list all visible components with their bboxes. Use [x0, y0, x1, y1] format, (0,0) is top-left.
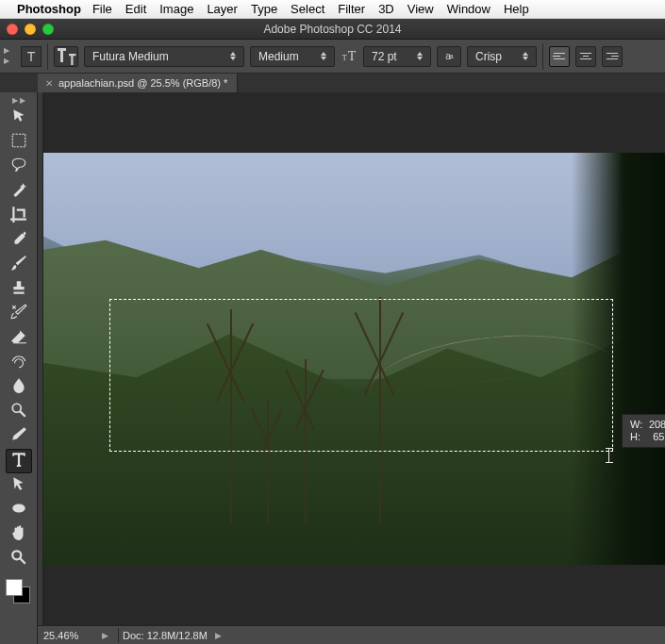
gradient-icon	[10, 353, 27, 373]
window-titlebar: Adobe Photoshop CC 2014	[0, 19, 665, 40]
brush-tool[interactable]	[6, 253, 32, 277]
zoom-level[interactable]: 25.46%	[43, 630, 100, 641]
antialias-icon: aa	[439, 48, 459, 65]
menu-layer[interactable]: Layer	[207, 2, 238, 16]
width-value: 2088 px	[649, 419, 665, 430]
chevron-updown-icon	[519, 52, 532, 60]
divider	[47, 43, 48, 70]
font-style-dropdown[interactable]: Medium	[250, 46, 335, 67]
magic-wand-tool[interactable]	[6, 179, 32, 204]
foreground-color-swatch[interactable]	[6, 579, 23, 596]
brush-icon	[10, 255, 27, 275]
antialias-dropdown[interactable]: Crisp	[467, 46, 537, 67]
zoom-tool[interactable]	[6, 547, 32, 571]
svg-point-1	[12, 404, 21, 412]
type-tool[interactable]	[6, 449, 32, 473]
wand-icon	[10, 181, 27, 202]
clone-stamp-tool[interactable]	[6, 277, 32, 302]
zoom-menu-icon[interactable]: ▶	[102, 631, 108, 640]
font-size-icon: TT	[341, 49, 357, 64]
workspace: ▶▶ W: 2088 px H: 655 px	[0, 92, 665, 644]
dodge-tool[interactable]	[6, 400, 32, 424]
pen-tool[interactable]	[6, 424, 32, 449]
marquee-icon	[10, 132, 27, 153]
status-bar: 25.46% ▶ Doc: 12.8M/12.8M ▶	[38, 625, 665, 644]
menu-3d[interactable]: 3D	[378, 2, 394, 16]
divider	[118, 628, 119, 643]
history-icon	[10, 304, 27, 324]
lasso-icon	[10, 157, 27, 177]
type-icon	[10, 451, 27, 471]
crop-icon	[10, 206, 27, 226]
hand-icon	[10, 524, 27, 545]
menu-file[interactable]: File	[92, 2, 112, 16]
marquee-tool[interactable]	[6, 130, 32, 155]
blur-icon	[10, 377, 27, 398]
font-style-value: Medium	[258, 50, 311, 63]
shape-icon	[10, 500, 27, 520]
menu-window[interactable]: Window	[447, 2, 490, 16]
blur-tool[interactable]	[6, 375, 32, 400]
align-center-button[interactable]	[575, 46, 596, 67]
menu-view[interactable]: View	[407, 2, 434, 16]
eraser-tool[interactable]	[6, 326, 32, 351]
antialias-value: Crisp	[475, 50, 513, 63]
tool-preset-picker[interactable]: T	[21, 46, 42, 67]
toolbox-expand-icon[interactable]: ▶▶	[0, 98, 37, 104]
expand-options-icon[interactable]: ▶▶	[4, 48, 13, 64]
history-brush-tool[interactable]	[6, 302, 32, 326]
path-select-tool[interactable]	[6, 473, 32, 498]
menu-filter[interactable]: Filter	[338, 2, 365, 16]
type-tool-glyph-icon: T	[27, 49, 36, 64]
gradient-tool[interactable]	[6, 351, 32, 375]
close-tab-icon[interactable]: ✕	[45, 78, 53, 89]
eyedropper-tool[interactable]	[6, 228, 32, 253]
document-tab[interactable]: ✕ appalachian.psd @ 25.5% (RGB/8) *	[38, 74, 238, 92]
align-left-button[interactable]	[549, 46, 570, 67]
path-icon	[10, 475, 27, 496]
font-size-dropdown[interactable]: 72 pt	[363, 46, 431, 67]
text-orientation-button[interactable]	[54, 46, 78, 67]
chevron-updown-icon	[317, 52, 330, 60]
align-right-button[interactable]	[602, 46, 623, 67]
document-tab-label: appalachian.psd @ 25.5% (RGB/8) *	[58, 77, 227, 89]
text-bounding-box[interactable]	[109, 299, 613, 452]
move-tool[interactable]	[6, 106, 32, 130]
eyedrop-icon	[10, 230, 27, 251]
height-value: 655 px	[653, 431, 665, 442]
font-size-value: 72 pt	[372, 50, 407, 63]
chevron-updown-icon	[413, 52, 426, 60]
canvas-area[interactable]: W: 2088 px H: 655 px 25.46% ▶ Doc: 12.8M…	[38, 92, 665, 644]
text-orientation-icon	[55, 45, 77, 68]
lasso-tool[interactable]	[6, 155, 32, 179]
antialias-icon-button[interactable]: aa	[437, 46, 461, 67]
svg-rect-0	[12, 134, 25, 147]
font-family-dropdown[interactable]: Futura Medium	[84, 46, 244, 67]
menu-type[interactable]: Type	[251, 2, 277, 16]
hand-tool[interactable]	[6, 522, 32, 547]
selection-dimensions-tooltip: W: 2088 px H: 655 px	[622, 414, 665, 448]
menu-help[interactable]: Help	[504, 2, 529, 16]
color-swatches[interactable]	[4, 577, 34, 607]
width-label: W:	[630, 419, 642, 430]
pen-icon	[10, 426, 27, 447]
doc-size-label: Doc:	[123, 630, 144, 641]
window-close-button[interactable]	[7, 24, 18, 35]
window-minimize-button[interactable]	[25, 24, 36, 35]
height-label: H:	[630, 431, 640, 442]
doc-size-value: 12.8M/12.8M	[147, 630, 208, 641]
crop-tool[interactable]	[6, 204, 32, 228]
menu-edit[interactable]: Edit	[125, 2, 146, 16]
status-menu-icon[interactable]: ▶	[215, 631, 222, 640]
options-bar: ▶▶ T Futura Medium Medium TT 72 pt aa Cr…	[0, 40, 665, 74]
svg-point-3	[12, 551, 21, 559]
font-family-value: Futura Medium	[92, 50, 221, 63]
eraser-icon	[10, 328, 27, 349]
shape-tool[interactable]	[6, 498, 32, 522]
window-zoom-button[interactable]	[42, 24, 54, 35]
app-menu[interactable]: Photoshop	[17, 2, 81, 16]
stamp-icon	[10, 279, 27, 300]
zoom-icon	[10, 549, 27, 570]
menu-select[interactable]: Select	[291, 2, 324, 16]
menu-image[interactable]: Image	[159, 2, 193, 16]
